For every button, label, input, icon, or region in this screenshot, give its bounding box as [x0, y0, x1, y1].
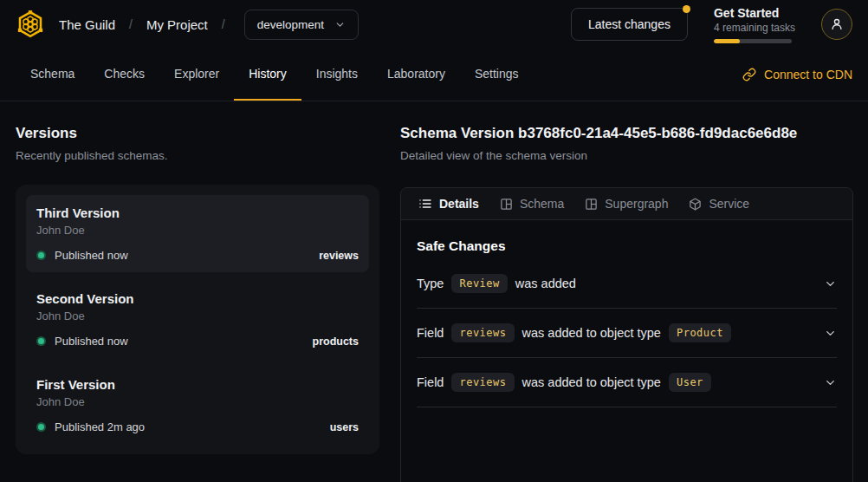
- user-avatar-button[interactable]: [821, 9, 852, 40]
- schema-version-title: Schema Version b3768fc0-21a4-45e5-b686-f…: [400, 125, 853, 142]
- published-text: Published now: [55, 335, 128, 348]
- tab-service-label: Service: [709, 197, 749, 211]
- breadcrumb-org[interactable]: The Guild: [59, 17, 115, 32]
- panels-icon: [500, 198, 513, 211]
- type-code-badge: User: [669, 373, 711, 392]
- version-detail-panel: Details Schema Sup: [400, 187, 853, 482]
- change-suffix: was added to object type: [522, 326, 661, 340]
- chevron-down-icon[interactable]: [824, 376, 837, 389]
- version-status-row: Published 2m ago users: [36, 420, 359, 433]
- tab-laboratory[interactable]: Laboratory: [372, 49, 460, 101]
- service-name-badge: users: [330, 421, 359, 433]
- change-prefix: Field: [417, 326, 444, 340]
- environment-selector[interactable]: development: [244, 10, 359, 40]
- header-left: The Guild / My Project / development: [16, 10, 359, 40]
- get-started-progress: [714, 39, 792, 43]
- change-row[interactable]: Field reviews was added to object type U…: [417, 358, 837, 407]
- main-nav: Schema Checks Explorer History Insights …: [0, 49, 868, 101]
- published-text: Published now: [55, 249, 128, 262]
- panels-icon: [585, 198, 598, 211]
- tab-schema-view-label: Schema: [520, 197, 564, 211]
- chevron-down-icon[interactable]: [824, 277, 837, 290]
- schema-version-subtitle: Detailed view of the schema version: [400, 149, 853, 162]
- detail-panel-body: Safe Changes Type Review was added Field…: [401, 220, 852, 407]
- tab-history[interactable]: History: [234, 49, 301, 101]
- version-list-item[interactable]: First Version John Doe Published 2m ago …: [26, 367, 369, 444]
- version-list-item[interactable]: Second Version John Doe Published now pr…: [26, 281, 369, 358]
- version-title: Second Version: [36, 291, 359, 306]
- type-code-badge: Product: [669, 323, 731, 342]
- change-prefix: Type: [417, 277, 444, 290]
- change-prefix: Field: [417, 375, 444, 389]
- main-content: Versions Recently published schemas. Thi…: [0, 101, 868, 482]
- breadcrumb-separator: /: [222, 17, 225, 31]
- tab-settings[interactable]: Settings: [460, 49, 534, 101]
- version-status-row: Published now reviews: [36, 249, 359, 262]
- breadcrumb-project[interactable]: My Project: [146, 17, 208, 32]
- changes-list: Type Review was added Field reviews was …: [417, 259, 837, 407]
- latest-changes-button[interactable]: Latest changes: [571, 8, 688, 41]
- tab-supergraph[interactable]: Supergraph: [585, 197, 668, 211]
- user-icon: [829, 16, 845, 32]
- published-status-dot: [36, 422, 46, 432]
- hive-logo-icon[interactable]: [16, 10, 45, 39]
- latest-changes-label: Latest changes: [588, 17, 670, 31]
- versions-section: Versions Recently published schemas. Thi…: [16, 125, 379, 482]
- nav-spacer: [534, 49, 743, 101]
- service-name-badge: products: [313, 335, 359, 348]
- notification-dot: [683, 5, 690, 13]
- get-started-subtitle: 4 remaining tasks: [714, 22, 795, 34]
- connect-to-cdn-label: Connect to CDN: [764, 68, 852, 81]
- environment-selector-value: development: [257, 18, 324, 31]
- tab-supergraph-label: Supergraph: [605, 197, 668, 211]
- change-row[interactable]: Type Review was added: [417, 259, 837, 309]
- connect-to-cdn-link[interactable]: Connect to CDN: [742, 49, 852, 101]
- chevron-down-icon[interactable]: [824, 327, 837, 340]
- tab-explorer[interactable]: Explorer: [159, 49, 234, 101]
- change-row[interactable]: Field reviews was added to object type P…: [417, 309, 837, 358]
- safe-changes-title: Safe Changes: [417, 238, 837, 254]
- version-author: John Doe: [36, 224, 359, 237]
- tab-insights[interactable]: Insights: [301, 49, 372, 101]
- version-title: First Version: [36, 377, 359, 392]
- version-author: John Doe: [36, 309, 359, 322]
- versions-title: Versions: [16, 125, 379, 142]
- tab-schema[interactable]: Schema: [16, 49, 89, 101]
- app-header: The Guild / My Project / development Lat…: [0, 0, 868, 49]
- change-suffix: was added to object type: [522, 375, 661, 389]
- detail-panel-tabs: Details Schema Sup: [401, 188, 852, 220]
- field-code-badge: reviews: [451, 323, 514, 342]
- change-suffix: was added: [515, 277, 576, 290]
- chevron-down-icon: [334, 19, 346, 30]
- link-icon: [742, 68, 756, 81]
- list-icon: [418, 197, 432, 211]
- version-status-row: Published now products: [36, 335, 359, 348]
- tab-checks[interactable]: Checks: [89, 49, 159, 101]
- version-list-item[interactable]: Third Version John Doe Published now rev…: [26, 195, 369, 272]
- type-code-badge: Review: [451, 274, 507, 293]
- breadcrumb-separator: /: [129, 17, 133, 31]
- tab-details[interactable]: Details: [418, 197, 479, 211]
- service-name-badge: reviews: [319, 250, 359, 262]
- version-author: John Doe: [36, 395, 359, 408]
- tab-service[interactable]: Service: [689, 197, 749, 211]
- get-started-widget[interactable]: Get Started 4 remaining tasks: [714, 6, 795, 43]
- tab-details-label: Details: [439, 197, 479, 211]
- schema-version-section: Schema Version b3768fc0-21a4-45e5-b686-f…: [400, 125, 853, 482]
- version-title: Third Version: [36, 205, 359, 220]
- published-status-dot: [36, 251, 46, 260]
- header-right: Latest changes Get Started 4 remaining t…: [571, 6, 852, 43]
- versions-subtitle: Recently published schemas.: [16, 149, 379, 162]
- tab-schema-view[interactable]: Schema: [500, 197, 564, 211]
- get-started-progress-fill: [714, 39, 740, 43]
- versions-list: Third Version John Doe Published now rev…: [16, 185, 379, 454]
- published-status-dot: [36, 336, 46, 346]
- cube-icon: [689, 198, 702, 211]
- published-text: Published 2m ago: [55, 420, 145, 433]
- get-started-title: Get Started: [714, 6, 795, 20]
- field-code-badge: reviews: [451, 373, 514, 392]
